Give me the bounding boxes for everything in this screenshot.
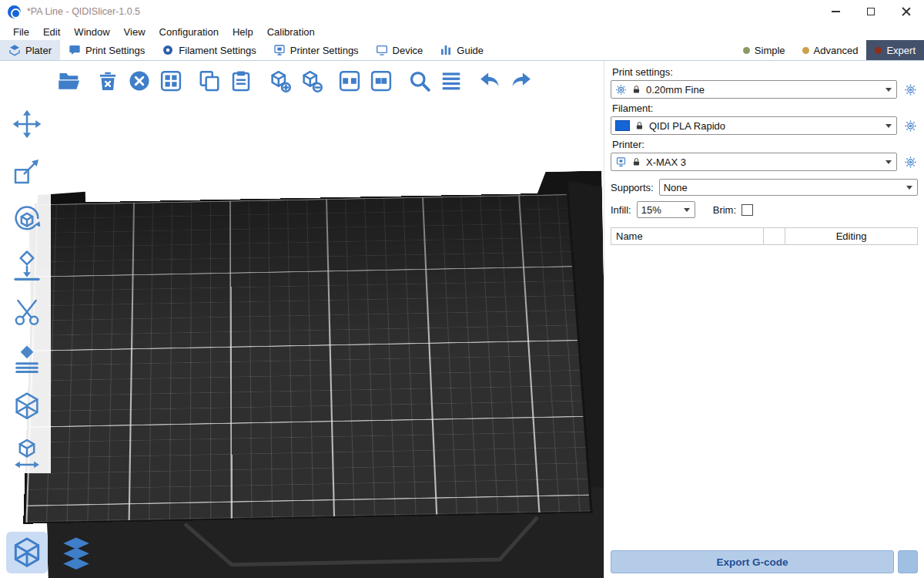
print-settings-combo[interactable]: 0.20mm Fine (611, 80, 897, 99)
export-gcode-button[interactable]: Export G-code (611, 550, 894, 573)
mode-simple[interactable]: Simple (735, 40, 794, 60)
search-icon[interactable] (407, 69, 432, 93)
column-editing[interactable]: Editing (785, 228, 917, 244)
viewport-3d[interactable] (0, 61, 604, 578)
open-folder-icon[interactable] (57, 69, 82, 93)
editor-cube-icon (10, 536, 44, 570)
column-name[interactable]: Name (611, 228, 764, 244)
tab-guide-label: Guide (457, 45, 484, 56)
menu-view[interactable]: View (117, 26, 152, 38)
maximize-button[interactable] (853, 0, 889, 23)
mode-advanced[interactable]: Advanced (794, 40, 867, 60)
filament-value: QIDI PLA Rapido (649, 120, 725, 132)
mode-expert[interactable]: Expert (866, 40, 924, 60)
copy-icon[interactable] (197, 69, 222, 93)
object-list[interactable] (611, 245, 918, 550)
object-list-header: Name Editing (611, 227, 918, 245)
undo-icon[interactable] (477, 69, 502, 93)
advanced-dot-icon (802, 47, 809, 54)
menubar: File Edit Window View Configuration Help… (0, 23, 924, 40)
printer-label: Printer: (612, 139, 918, 150)
left-toolbar (3, 104, 51, 473)
menu-help[interactable]: Help (226, 26, 260, 38)
view-switcher (6, 532, 97, 573)
minimize-button[interactable] (818, 0, 853, 23)
measure-tool-icon[interactable] (10, 436, 44, 470)
supports-value: None (664, 182, 688, 193)
cut-tool-icon[interactable] (10, 295, 44, 329)
print-settings-icon (69, 44, 81, 56)
filament-combo[interactable]: QIDI PLA Rapido (611, 116, 897, 135)
bed-scene (0, 61, 604, 578)
emboss-tool-icon[interactable] (10, 389, 44, 423)
preset-gear-icon (615, 84, 627, 96)
guide-icon (440, 44, 452, 56)
column-spacer (764, 228, 785, 244)
printer-mini-icon (615, 156, 627, 168)
mode-switcher: Simple Advanced Expert (735, 40, 924, 60)
paste-icon[interactable] (229, 69, 253, 93)
lock-icon (631, 157, 641, 167)
chevron-down-icon (886, 160, 892, 164)
print-settings-label: Print settings: (612, 66, 918, 78)
brim-label: Brim: (713, 204, 736, 216)
seam-paint-tool-icon[interactable] (10, 342, 44, 376)
preview-view-button[interactable] (55, 532, 97, 573)
brim-checkbox[interactable] (742, 204, 753, 216)
supports-combo[interactable]: None (659, 179, 918, 196)
split-parts-icon[interactable] (369, 69, 393, 93)
build-plate (23, 193, 593, 523)
add-instance-icon[interactable] (267, 69, 292, 93)
place-on-face-tool-icon[interactable] (10, 248, 44, 282)
menu-configuration[interactable]: Configuration (152, 26, 226, 38)
tab-print-settings[interactable]: Print Settings (60, 40, 153, 60)
delete-all-icon[interactable] (127, 69, 152, 93)
plater-icon (8, 44, 21, 56)
filament-gear-button[interactable] (902, 118, 918, 133)
mode-advanced-label: Advanced (814, 45, 859, 56)
mode-expert-label: Expert (886, 45, 916, 56)
printer-gear-button[interactable] (902, 154, 918, 170)
rotate-tool-icon[interactable] (10, 201, 44, 235)
print-settings-gear-button[interactable] (902, 82, 918, 97)
delete-icon[interactable] (95, 69, 120, 93)
move-tool-icon[interactable] (10, 107, 44, 141)
menu-window[interactable]: Window (67, 26, 116, 38)
arrange-icon[interactable] (159, 69, 183, 93)
filament-label: Filament: (612, 102, 918, 114)
expert-dot-icon (875, 47, 882, 54)
tabbar: Plater Print Settings Filament Settings … (0, 40, 924, 61)
close-button[interactable] (889, 0, 924, 23)
infill-combo[interactable]: 15% (637, 201, 695, 218)
window-controls (818, 0, 924, 23)
menu-file[interactable]: File (6, 26, 36, 38)
scale-tool-icon[interactable] (10, 154, 44, 188)
tab-printer-settings[interactable]: Printer Settings (265, 40, 367, 60)
tab-guide[interactable]: Guide (431, 40, 492, 60)
split-objects-icon[interactable] (337, 69, 362, 93)
export-options-button[interactable] (898, 550, 918, 573)
tab-plater[interactable]: Plater (0, 40, 60, 60)
variable-layer-height-icon[interactable] (439, 69, 464, 93)
layers-icon (59, 535, 94, 570)
chevron-down-icon (886, 124, 892, 128)
tab-plater-label: Plater (25, 45, 52, 56)
redo-icon[interactable] (509, 69, 534, 93)
menu-edit[interactable]: Edit (36, 26, 67, 38)
chevron-down-icon (906, 186, 912, 190)
editor-view-button[interactable] (6, 532, 48, 573)
printer-settings-icon (273, 44, 286, 56)
chevron-down-icon (684, 208, 690, 212)
menu-calibration[interactable]: Calibration (260, 26, 322, 38)
filament-color-swatch (615, 120, 630, 131)
tab-device[interactable]: Device (367, 40, 432, 60)
minimize-icon (832, 11, 840, 12)
printer-combo[interactable]: X-MAX 3 (611, 153, 897, 171)
top-toolbar (51, 66, 540, 96)
remove-instance-icon[interactable] (299, 69, 323, 93)
tab-printer-settings-label: Printer Settings (290, 45, 359, 56)
simple-dot-icon (743, 47, 750, 54)
lock-icon (631, 85, 641, 95)
tab-filament-settings[interactable]: Filament Settings (153, 40, 264, 60)
tab-device-label: Device (393, 45, 424, 56)
